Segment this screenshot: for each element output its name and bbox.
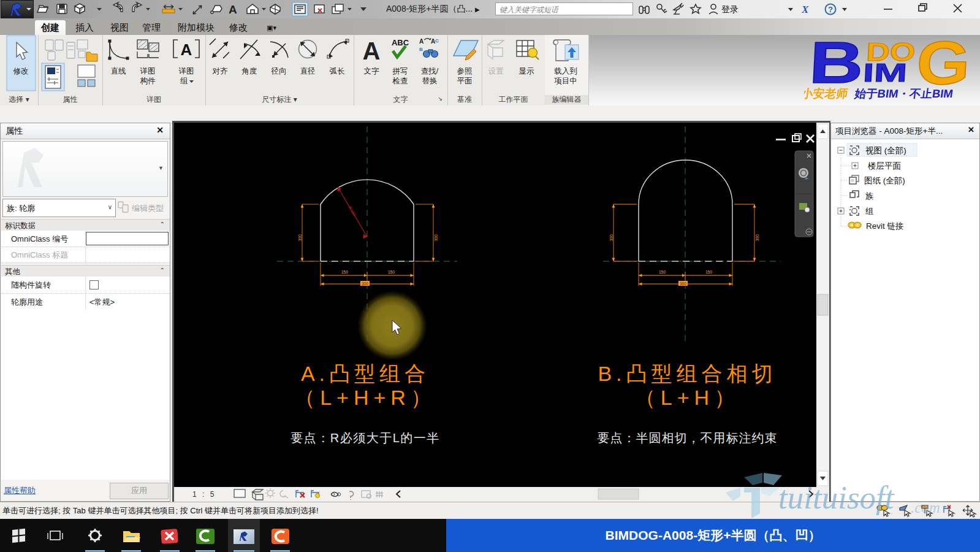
svg-text:C: C	[435, 38, 439, 44]
svg-text:平面: 平面	[457, 77, 473, 85]
svg-text:300: 300	[298, 234, 302, 241]
svg-text:组: 组	[180, 77, 188, 85]
svg-text:详图: 详图	[140, 67, 156, 75]
svg-text:300: 300	[434, 234, 438, 241]
svg-text:登录: 登录	[721, 4, 739, 14]
svg-text:300: 300	[609, 234, 613, 241]
svg-text:?: ?	[828, 5, 833, 14]
svg-text:构件: 构件	[140, 77, 156, 85]
svg-text:150: 150	[341, 270, 348, 274]
svg-text:A: A	[363, 37, 381, 64]
svg-text:A: A	[419, 38, 424, 45]
svg-text:R 150: R 150	[348, 205, 357, 217]
svg-text:150: 150	[705, 270, 712, 274]
svg-text:图纸 (全部): 图纸 (全部)	[864, 176, 905, 185]
svg-text:参照: 参照	[457, 67, 473, 75]
svg-text:对齐: 对齐	[213, 67, 229, 75]
svg-text:A: A	[229, 3, 237, 16]
svg-text:300: 300	[755, 234, 759, 241]
svg-text:查找/: 查找/	[421, 67, 439, 75]
svg-text:文字: 文字	[364, 67, 380, 75]
svg-text:Revit 链接: Revit 链接	[866, 221, 904, 231]
svg-text:详图: 详图	[179, 67, 194, 75]
svg-text:载入到: 载入到	[554, 67, 577, 75]
svg-text:径向: 径向	[271, 67, 287, 75]
svg-text:小安老师: 小安老师	[804, 87, 849, 100]
svg-text:B: B	[419, 47, 423, 52]
svg-text:修改: 修改	[13, 67, 29, 75]
svg-text:直线: 直线	[111, 67, 126, 75]
svg-text:楼层平面: 楼层平面	[867, 161, 901, 171]
svg-text:150: 150	[659, 270, 666, 274]
svg-text:ABC: ABC	[392, 38, 409, 47]
svg-text:弧长: 弧长	[330, 67, 346, 75]
svg-text:150: 150	[388, 270, 395, 274]
svg-text:直径: 直径	[300, 67, 316, 75]
svg-text:视图 (全部): 视图 (全部)	[865, 146, 906, 155]
svg-text:族: 族	[865, 191, 874, 201]
svg-text:300: 300	[680, 282, 686, 286]
svg-text:组: 组	[865, 207, 874, 216]
svg-text:300: 300	[362, 282, 368, 286]
svg-text:拼写: 拼写	[392, 67, 408, 75]
svg-text:B: B	[808, 36, 865, 95]
svg-text:X: X	[801, 4, 809, 15]
svg-text:显示: 显示	[519, 67, 535, 75]
svg-text:项目中: 项目中	[554, 77, 577, 85]
svg-text:始于BIM・不止BIM: 始于BIM・不止BIM	[853, 87, 954, 100]
svg-text:检查: 检查	[392, 77, 408, 85]
svg-text:角度: 角度	[241, 67, 257, 75]
svg-text:替换: 替换	[422, 77, 438, 85]
svg-text:IM: IM	[862, 58, 908, 88]
svg-text:A: A	[181, 40, 192, 59]
svg-text:设置: 设置	[488, 67, 504, 75]
